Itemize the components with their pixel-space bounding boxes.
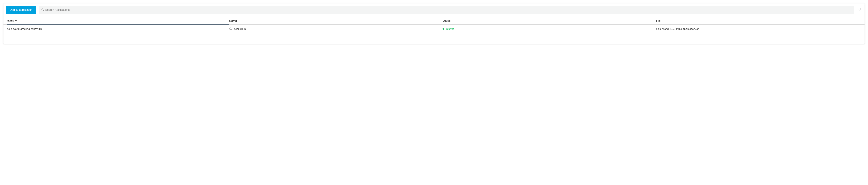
svg-point-0 [42, 8, 43, 10]
status-text: Started [446, 27, 454, 30]
toolbar: Deploy application [3, 3, 865, 14]
cell-status: Started [442, 25, 656, 33]
column-header-name-label: Name [7, 19, 14, 22]
status-dot-icon [442, 28, 444, 30]
column-header-server-label: Server [229, 19, 237, 22]
column-header-status-label: Status [442, 19, 451, 22]
table-header: Name Server Status File [3, 17, 865, 25]
applications-panel: Deploy application Name [3, 3, 865, 44]
spacer [3, 33, 865, 44]
cell-file: hello-world-1.0.2-mule-application.jar [656, 25, 861, 33]
bell-icon [858, 8, 861, 12]
column-header-file[interactable]: File [656, 17, 861, 25]
file-name: hello-world-1.0.2-mule-application.jar [656, 27, 699, 30]
cell-name: hello-world-greeting-sandy-kim [7, 25, 229, 33]
column-header-server[interactable]: Server [229, 17, 442, 25]
server-name: CloudHub [234, 27, 246, 30]
app-name: hello-world-greeting-sandy-kim [7, 27, 42, 30]
search-wrapper [39, 6, 854, 14]
column-header-file-label: File [656, 19, 660, 22]
cell-server: CloudHub [229, 25, 442, 33]
column-header-status[interactable]: Status [442, 17, 656, 25]
notifications-button[interactable] [856, 6, 862, 14]
search-icon [41, 8, 44, 12]
deploy-application-button[interactable]: Deploy application [6, 6, 36, 14]
search-input[interactable] [45, 6, 851, 13]
table-row[interactable]: hello-world-greeting-sandy-kim CloudHub … [3, 25, 865, 33]
applications-table: Name Server Status File hello-world-gree… [3, 17, 865, 33]
cloud-icon [229, 27, 232, 30]
chevron-down-icon [15, 19, 17, 22]
column-header-name[interactable]: Name [7, 17, 229, 25]
svg-line-1 [43, 10, 44, 11]
